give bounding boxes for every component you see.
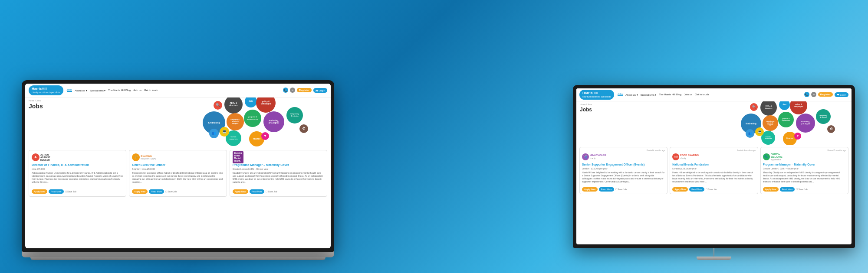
laptop-read-btn-1[interactable]: Read More bbox=[149, 189, 164, 194]
monitor-hero: Home / Jobs Jobs CEOs &directors data po… bbox=[576, 101, 852, 145]
laptop-company-logo-1: 🦻 DeafKidzINTERNATIONAL bbox=[132, 153, 224, 162]
bubble-people: 👥 bbox=[209, 129, 219, 138]
laptop-company-logo-0: A ACTIONAGAINSTHUNGER bbox=[32, 153, 123, 162]
laptop-job-location-0: circa £75,000 bbox=[32, 168, 123, 170]
laptop-read-btn-0[interactable]: Read More bbox=[49, 189, 64, 194]
laptop-site-content: HarrisHill charity recruitment specialis… bbox=[25, 84, 331, 248]
nav-blog[interactable]: The Harris Hill Blog bbox=[108, 89, 131, 91]
monitor-bubble-operations: operations,admin &support bbox=[763, 115, 778, 131]
bubble-operations: operations,admin &support bbox=[227, 113, 244, 130]
laptop-job-actions-0: Apply Now Read More ☐ Save Job bbox=[32, 189, 123, 194]
scene: HarrisHill charity recruitment specialis… bbox=[0, 0, 868, 273]
monitor-posted-1: Posted 4 months ago bbox=[672, 150, 755, 152]
monitor-frame: HarrisHill charity recruitment specialis… bbox=[573, 85, 855, 248]
login-button[interactable]: ⬒ Login bbox=[313, 88, 327, 93]
bubble-clock: ⏱ bbox=[299, 124, 308, 133]
bubble-search: 🔍 bbox=[214, 101, 222, 110]
laptop-job-title-1: Chief Executive Officer bbox=[132, 163, 224, 167]
logo-harris: HarrisHill bbox=[32, 87, 60, 91]
bubble-ceos: CEOs &directors bbox=[224, 98, 243, 114]
monitor-nav-jobs[interactable]: Jobs bbox=[618, 93, 623, 96]
logo-sub: charity recruitment specialists bbox=[32, 91, 60, 94]
monitor-nav-about[interactable]: About us ▾ bbox=[625, 93, 638, 96]
monitor-bubble-temporary: temporary& interim bbox=[816, 109, 831, 124]
monitor-phone-icon[interactable]: 📞 bbox=[804, 92, 809, 97]
monitor-stand-foot bbox=[697, 257, 731, 260]
action-logo-text: ACTIONAGAINSTHUNGER bbox=[40, 153, 50, 161]
monitor-bubble-data: data bbox=[779, 101, 790, 110]
monitor-nav-specialisms[interactable]: Specialisms ▾ bbox=[641, 93, 657, 96]
monitor-job-desc-1: Harris Hill are delighted to be working … bbox=[672, 171, 755, 185]
nav-jobs[interactable]: Jobs bbox=[67, 88, 72, 92]
laptop-job-card-2: BackingBetterMentalHealth. Programme Man… bbox=[230, 150, 327, 197]
monitor-email-icon[interactable]: ✉ bbox=[811, 92, 816, 97]
laptop-job-card-1: 🦻 DeafKidzINTERNATIONAL Chief Executive … bbox=[129, 150, 227, 197]
monitor-save-btn-2[interactable]: ☐ Save Job bbox=[796, 188, 807, 191]
laptop-save-btn-2[interactable]: ☐ Save Job bbox=[266, 190, 277, 193]
bubble-heart: ♥ bbox=[261, 132, 269, 140]
nav-contact[interactable]: Get in touch bbox=[144, 89, 158, 91]
laptop-job-title-0: Director of Finance, IT & Administration bbox=[32, 163, 123, 167]
monitor-apply-btn-1[interactable]: Apply Now bbox=[672, 187, 688, 192]
laptop-apply-btn-0[interactable]: Apply Now bbox=[32, 189, 47, 194]
maudsley-logo-text: BackingBetterMentalHealth. bbox=[234, 152, 242, 162]
monitor-login-button[interactable]: ⬒ Login bbox=[835, 92, 848, 97]
nav-specialisms[interactable]: Specialisms ▾ bbox=[90, 89, 106, 92]
phone-icon[interactable]: 📞 bbox=[283, 88, 288, 93]
monitor-bubble-clock: ⏱ bbox=[827, 125, 835, 133]
laptop-save-btn-1[interactable]: ☐ Save Job bbox=[165, 190, 177, 193]
register-button[interactable]: Register bbox=[297, 88, 312, 92]
monitor-read-btn-1[interactable]: Read More bbox=[689, 187, 704, 192]
laptop-job-desc-1: The next Chief Executive Officer (CEO) o… bbox=[132, 172, 224, 187]
monitor-job-card-2: Posted 5 months ago 🐾 ANIMALWELFAREorgan… bbox=[760, 147, 848, 194]
monitor-bubble-search: 🔍 bbox=[750, 103, 758, 111]
laptop-foot bbox=[30, 257, 326, 260]
laptop-jobs-section: A ACTIONAGAINSTHUNGER Director of Financ… bbox=[25, 147, 331, 199]
laptop-job-actions-1: Apply Now Read More ☐ Save Job bbox=[132, 189, 224, 194]
laptop-job-desc-2: Maudsley Charity are an independent NHS … bbox=[233, 172, 324, 187]
nav-joinus[interactable]: Join us bbox=[133, 89, 141, 91]
monitor-bubble-people: 👥 bbox=[746, 129, 754, 138]
laptop-apply-btn-1[interactable]: Apply Now bbox=[132, 189, 148, 194]
monitor-bubble-heart: ♥ bbox=[794, 133, 801, 140]
monitor-nav-contact[interactable]: Get in touch bbox=[695, 93, 709, 96]
monitor-nav-blog[interactable]: The Harris Hill Blog bbox=[659, 93, 681, 96]
deafkidz-logo-text: DeafKidzINTERNATIONAL bbox=[141, 155, 156, 160]
monitor-read-btn-2[interactable]: Read More bbox=[780, 187, 795, 192]
monitor-job-actions-2: Apply Now Read More ☐ Save Job bbox=[763, 187, 846, 192]
monitor-nav-joinus[interactable]: Join us bbox=[684, 93, 692, 96]
laptop-job-card-0: A ACTIONAGAINSTHUNGER Director of Financ… bbox=[29, 150, 126, 197]
action-logo-icon: A bbox=[32, 153, 39, 161]
monitor-save-btn-0[interactable]: ☐ Save Job bbox=[615, 188, 627, 191]
monitor-save-btn-1[interactable]: ☐ Save Job bbox=[706, 188, 717, 191]
laptop-save-btn-0[interactable]: ☐ Save Job bbox=[65, 190, 76, 193]
bubble-projects: projects &programmes bbox=[244, 110, 261, 127]
laptop-job-title-2: Programme Manager – Maternity Cover bbox=[233, 163, 324, 167]
monitor-logo-harris: HarrisHill bbox=[582, 91, 611, 95]
nav-about[interactable]: About us ▾ bbox=[75, 89, 87, 92]
healthcare-icon: 🩺 bbox=[582, 153, 589, 160]
monitor-read-btn-0[interactable]: Read More bbox=[599, 187, 614, 192]
monitor-job-title-0: Senior Supporter Engagement Officer (Eve… bbox=[582, 163, 665, 166]
bubble-temporary: temporary& interim bbox=[286, 107, 303, 124]
laptop-job-desc-0: Action Against Hunger UK is looking for … bbox=[32, 172, 123, 187]
monitor-site-content: HarrisHill charity recruitment specialis… bbox=[576, 88, 852, 244]
monitor-apply-btn-0[interactable]: Apply Now bbox=[582, 187, 598, 192]
monitor-company-logo-1: 🍽 FOOD SHARINGcharity bbox=[672, 153, 755, 161]
monitor-job-card-0: Posted 4 months ago 🩺 HEALTHCAREcharity … bbox=[579, 147, 667, 194]
food-sharing-icon: 🍽 bbox=[672, 153, 679, 160]
bubble-marketing: marketing,pr & digital bbox=[263, 111, 284, 132]
monitor-bubble-policy: policy &campaigns bbox=[790, 101, 807, 114]
food-sharing-text: FOOD SHARINGcharity bbox=[680, 154, 699, 159]
monitor-posted-0: Posted 4 months ago bbox=[582, 150, 665, 152]
laptop-nav: Jobs About us ▾ Specialisms ▾ The Harris… bbox=[67, 88, 158, 92]
laptop-base bbox=[22, 251, 334, 257]
monitor-apply-btn-2[interactable]: Apply Now bbox=[763, 187, 779, 192]
email-icon[interactable]: ✉ bbox=[290, 88, 295, 93]
laptop-apply-btn-2[interactable]: Apply Now bbox=[233, 189, 248, 194]
laptop-read-btn-2[interactable]: Read More bbox=[250, 189, 265, 194]
animal-welfare-text: ANIMALWELFAREorganisation bbox=[771, 153, 783, 161]
monitor-job-location-2: Greater London | £38k - 46k per year bbox=[763, 167, 846, 170]
monitor-job-card-1: Posted 4 months ago 🍽 FOOD SHARINGcharit… bbox=[670, 147, 758, 194]
monitor-register-button[interactable]: Register bbox=[818, 92, 833, 97]
